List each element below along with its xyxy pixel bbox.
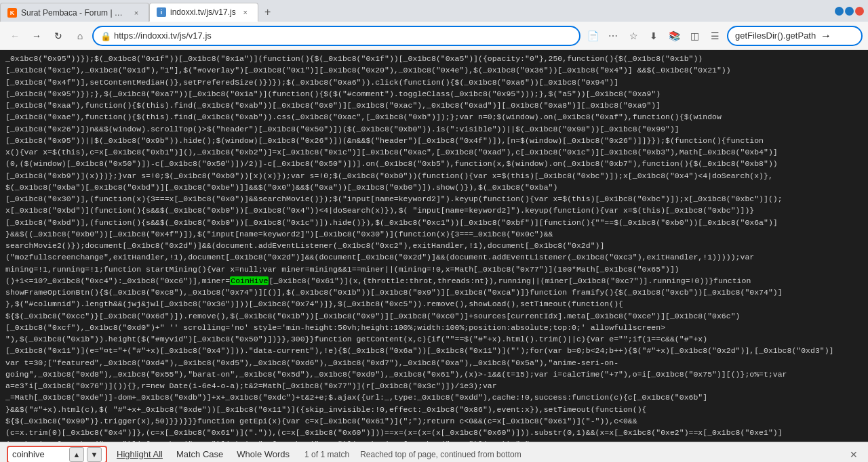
minimize-button[interactable] xyxy=(835,7,844,16)
tab-2-favicon: i xyxy=(157,7,166,17)
coinhive-highlight: CoinHive xyxy=(230,276,269,285)
tab-1[interactable]: K Surat Pembaca - Forum | KASK × xyxy=(0,3,149,22)
tab-2[interactable]: i indoxxi.tv/js/v17.js × xyxy=(149,3,258,22)
search-bar[interactable]: → xyxy=(727,26,863,46)
window-controls xyxy=(831,7,868,16)
find-down-button[interactable]: ▼ xyxy=(87,447,102,462)
find-close-button[interactable]: ✕ xyxy=(846,447,861,462)
back-button[interactable]: ← xyxy=(5,26,24,45)
reader-mode-button[interactable]: 📄 xyxy=(583,26,602,45)
tab-1-favicon: K xyxy=(7,8,17,18)
find-input[interactable] xyxy=(12,449,66,459)
search-go-icon: → xyxy=(821,30,831,42)
find-match-count: 1 of 1 match xyxy=(304,450,349,459)
tab-1-title: Surat Pembaca - Forum | KASK xyxy=(21,8,127,18)
lock-icon: 🔒 xyxy=(100,31,110,41)
nav-right-buttons: 📄 ⋯ ☆ ⬇ 📚 ◫ ☰ xyxy=(583,26,724,45)
tab-1-close[interactable]: × xyxy=(131,7,142,18)
library-button[interactable]: 📚 xyxy=(665,26,684,45)
tab-list: K Surat Pembaca - Forum | KASK × i indox… xyxy=(0,0,831,22)
home-button[interactable]: ⌂ xyxy=(71,26,90,45)
find-toolbar: ▲ ▼ Highlight All Match Case Whole Words… xyxy=(0,442,868,462)
match-case-button[interactable]: Match Case xyxy=(172,446,227,462)
titlebar: K Surat Pembaca - Forum | KASK × i indox… xyxy=(0,0,868,22)
find-status-message: Reached top of page, continued from bott… xyxy=(360,450,521,459)
tab-2-title: indoxxi.tv/js/v17.js xyxy=(170,7,236,17)
menu-button[interactable]: ☰ xyxy=(705,26,724,45)
find-up-button[interactable]: ▲ xyxy=(69,447,84,462)
search-input[interactable] xyxy=(735,30,816,41)
tab-2-close[interactable]: × xyxy=(240,7,251,18)
forward-button[interactable]: → xyxy=(27,26,46,45)
reload-button[interactable]: ↻ xyxy=(49,26,68,45)
download-button[interactable]: ⬇ xyxy=(644,26,663,45)
highlight-all-button[interactable]: Highlight All xyxy=(113,446,167,462)
whole-words-button[interactable]: Whole Words xyxy=(233,446,294,462)
code-content: _0x1bc8("0x95"))});$(_0x1bc8("0x1f"))[_0… xyxy=(0,50,868,442)
new-tab-button[interactable]: + xyxy=(258,3,277,22)
address-input[interactable] xyxy=(114,30,572,41)
address-bar[interactable]: 🔒 xyxy=(92,26,580,46)
sidebar-button[interactable]: ◫ xyxy=(685,26,704,45)
find-input-container: ▲ ▼ xyxy=(7,446,107,463)
bookmark-button[interactable]: ☆ xyxy=(624,26,643,45)
close-button[interactable] xyxy=(855,7,864,16)
navbar: ← → ↻ ⌂ 🔒 📄 ⋯ ☆ ⬇ 📚 ◫ ☰ → xyxy=(0,22,868,50)
maximize-button[interactable] xyxy=(845,7,854,16)
more-button[interactable]: ⋯ xyxy=(604,26,623,45)
